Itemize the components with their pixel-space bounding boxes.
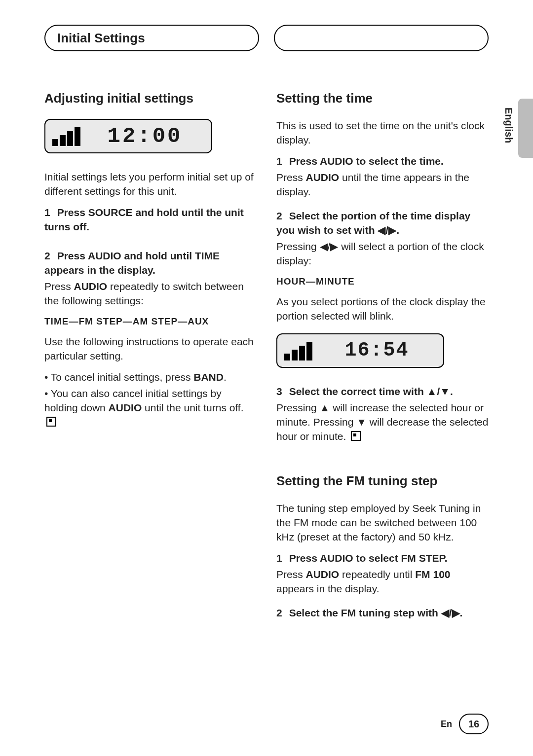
bullet-2: • You can also cancel initial settings b…	[44, 387, 257, 430]
t: until the unit turns off.	[142, 402, 243, 413]
time-step-1: 1Press AUDIO to select the time.	[276, 154, 489, 169]
hour-minute-line: HOUR—MINUTE	[276, 275, 489, 288]
left-column: Adjusting initial settings 12:00 Initial…	[44, 91, 257, 622]
side-tab	[518, 99, 533, 158]
step-2: 2Press AUDIO and hold until TIME appears…	[44, 249, 257, 278]
t: .	[224, 371, 227, 383]
fm1-text: Press AUDIO to select FM STEP.	[289, 552, 448, 564]
lcd-display-1: 12:00	[44, 119, 212, 153]
page-footer: En 16	[441, 714, 489, 734]
audio-bold: AUDIO	[306, 172, 340, 183]
s1-num: 1	[276, 155, 282, 167]
section-title: Initial Settings	[57, 31, 145, 46]
footer-lang: En	[441, 719, 452, 729]
band-bold: BAND	[193, 371, 224, 383]
heading-fm-step: Setting the FM tuning step	[276, 473, 489, 489]
page: Initial Settings English Adjusting initi…	[0, 0, 533, 756]
lcd-time-1: 12:00	[85, 124, 204, 148]
s3-num: 3	[276, 386, 282, 397]
s2-text: Select the portion of the time display y…	[276, 210, 470, 236]
heading-setting-time: Setting the time	[276, 91, 489, 106]
s3-text: Select the correct time with ▲/▼.	[289, 386, 453, 397]
settings-sequence: TIME—FM STEP—AM STEP—AUX	[44, 315, 257, 328]
audio-bold: AUDIO	[306, 569, 340, 580]
section-title-pill-empty	[274, 25, 489, 51]
fm2-num: 2	[276, 607, 282, 618]
header-row: Initial Settings	[44, 25, 489, 51]
signal-icon	[284, 341, 312, 360]
time-step-3: 3Select the correct time with ▲/▼.	[276, 385, 489, 399]
end-mark-icon	[351, 431, 361, 441]
heading-adjusting: Adjusting initial settings	[44, 91, 257, 106]
t: Press	[276, 172, 306, 183]
time-step-2-desc: Pressing ◀/▶ will select a portion of th…	[276, 240, 489, 268]
step-1: 1Press SOURCE and hold until the unit tu…	[44, 206, 257, 234]
page-number: 16	[468, 719, 479, 730]
right-column: Setting the time This is used to set the…	[276, 91, 489, 622]
fm100-bold: FM 100	[415, 569, 450, 580]
s1-text: Press AUDIO to select the time.	[289, 155, 444, 167]
fm2-text: Select the FM tuning step with ◀/▶.	[289, 607, 463, 618]
fm-intro: The tuning step employed by Seek Tuning …	[276, 502, 489, 544]
time-step-1-desc: Press AUDIO until the time appears in th…	[276, 171, 489, 199]
audio-bold: AUDIO	[74, 281, 108, 292]
side-language-label: English	[503, 108, 514, 143]
t: Pressing ▲ will increase the selected ho…	[276, 402, 488, 442]
intro-text: Initial settings lets you perform initia…	[44, 170, 257, 199]
fm-step-1-desc: Press AUDIO repeatedly until FM 100 appe…	[276, 568, 489, 596]
bullet-1: • To cancel initial settings, press BAND…	[44, 370, 257, 385]
step-2-text: Press AUDIO and hold until TIME appears …	[44, 250, 220, 276]
time-step-2: 2Select the portion of the time display …	[276, 209, 489, 238]
fm1-num: 1	[276, 552, 282, 564]
page-number-oval: 16	[459, 714, 489, 734]
lcd-display-2: 16:54	[276, 333, 444, 368]
lcd-time-2: 16:54	[317, 339, 436, 361]
audio-bold-2: AUDIO	[109, 402, 142, 413]
t: Press	[44, 281, 74, 292]
t: appears in the display.	[276, 583, 380, 594]
fm-step-1: 1Press AUDIO to select FM STEP.	[276, 551, 489, 566]
time-step-3-desc: Pressing ▲ will increase the selected ho…	[276, 401, 489, 444]
content-columns: Adjusting initial settings 12:00 Initial…	[44, 91, 489, 622]
step-1-text: Press SOURCE and hold until the unit tur…	[44, 207, 244, 232]
step-1-num: 1	[44, 207, 50, 218]
step-2-desc: Press AUDIO repeatedly to switch between…	[44, 280, 257, 308]
end-mark-icon	[46, 417, 56, 427]
fm-step-2: 2Select the FM tuning step with ◀/▶.	[276, 606, 489, 620]
s2-num: 2	[276, 210, 282, 221]
t: • To cancel initial settings, press	[44, 371, 193, 383]
step-2-num: 2	[44, 250, 50, 261]
time-step-2-desc2: As you select portions of the clock disp…	[276, 295, 489, 324]
section-title-pill: Initial Settings	[44, 25, 259, 51]
t: Press	[276, 569, 306, 580]
t: repeatedly until	[339, 569, 415, 580]
signal-icon	[52, 126, 80, 146]
time-intro: This is used to set the time on the unit…	[276, 119, 489, 147]
use-instructions: Use the following instructions to operat…	[44, 335, 257, 363]
